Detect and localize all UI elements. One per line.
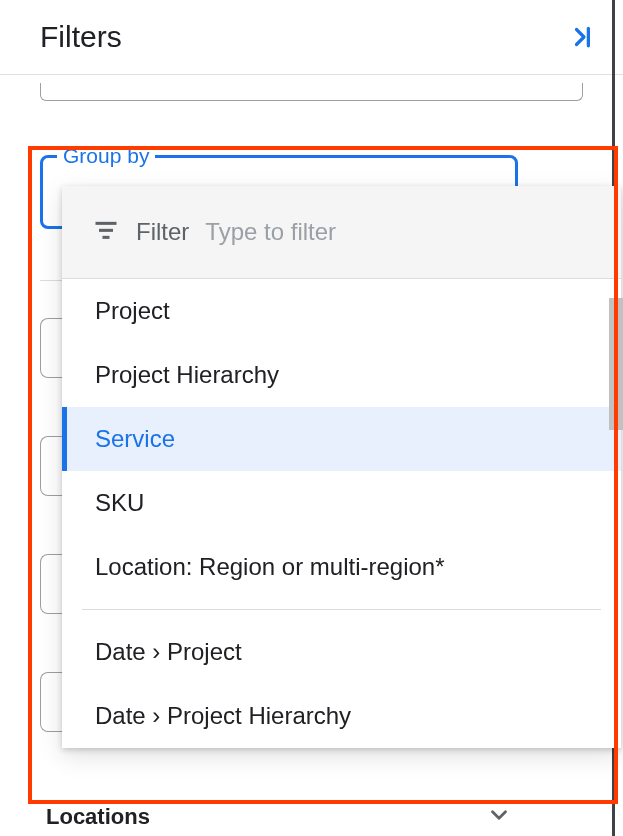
collapse-panel-button[interactable] [569, 22, 599, 52]
svg-rect-2 [99, 229, 113, 232]
chevron-down-icon [486, 802, 512, 832]
dropdown-filter-input[interactable] [205, 218, 595, 246]
dropdown-list[interactable]: Project Project Hierarchy Service SKU Lo… [62, 279, 621, 748]
filters-header: Filters [0, 0, 623, 75]
filters-title: Filters [40, 20, 122, 54]
chevron-collapse-right-icon [569, 22, 599, 52]
dropdown-option-service[interactable]: Service [62, 407, 621, 471]
locations-label: Locations [46, 804, 150, 830]
dropdown-filter-bar: Filter [62, 186, 621, 279]
group-by-dropdown: Filter Project Project Hierarchy Service… [62, 186, 621, 748]
dropdown-option-location[interactable]: Location: Region or multi-region* [62, 535, 621, 599]
dropdown-option-sku[interactable]: SKU [62, 471, 621, 535]
dropdown-option-project-hierarchy[interactable]: Project Hierarchy [62, 343, 621, 407]
filter-label: Filter [136, 218, 189, 246]
svg-rect-1 [96, 222, 117, 225]
locations-section-header[interactable]: Locations [40, 802, 518, 832]
scrollbar-thumb[interactable] [609, 298, 623, 430]
filter-icon [92, 216, 120, 248]
svg-rect-3 [103, 236, 110, 239]
dropdown-option-project[interactable]: Project [62, 279, 621, 343]
dropdown-divider [82, 609, 601, 610]
group-by-legend: Group by [57, 144, 155, 168]
dropdown-option-date-project[interactable]: Date › Project [62, 620, 621, 684]
previous-field-outline [40, 83, 583, 101]
dropdown-option-date-project-hierarchy[interactable]: Date › Project Hierarchy [62, 684, 621, 748]
